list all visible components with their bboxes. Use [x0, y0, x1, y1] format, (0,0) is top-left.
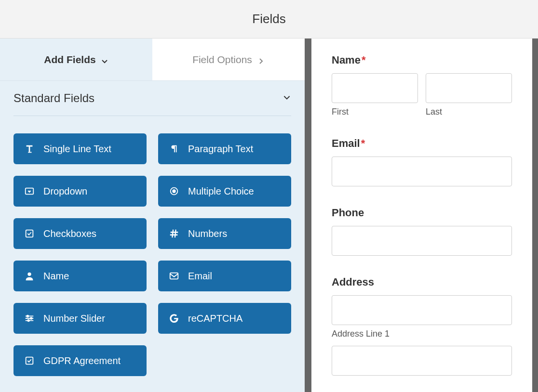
- radio-icon: [169, 186, 179, 196]
- svg-rect-4: [26, 230, 33, 237]
- field-name[interactable]: Name: [13, 261, 147, 291]
- field-label: Multiple Choice: [188, 186, 254, 197]
- svg-point-9: [27, 320, 29, 322]
- field-email[interactable]: Email: [158, 261, 291, 291]
- preview-wrapper: Name* First Last Email*: [305, 39, 538, 392]
- page-header: Fields: [0, 0, 538, 39]
- email-input[interactable]: [332, 157, 512, 186]
- phone-input[interactable]: [332, 226, 512, 256]
- user-icon: [24, 271, 35, 281]
- first-name-col: First: [332, 73, 418, 117]
- field-paragraph-text[interactable]: Paragraph Text: [158, 133, 291, 164]
- address-line1-sublabel: Address Line 1: [332, 329, 512, 339]
- required-indicator: *: [361, 137, 365, 149]
- field-label-phone: Phone: [332, 207, 512, 219]
- chevron-down-icon: [282, 93, 291, 104]
- field-label: Paragraph Text: [188, 144, 253, 155]
- chevron-right-icon: [257, 56, 265, 64]
- field-single-line-text[interactable]: Single Line Text: [13, 133, 147, 164]
- last-name-col: Last: [426, 73, 512, 117]
- field-label: Name: [43, 271, 69, 282]
- tab-label: Field Options: [192, 54, 252, 65]
- field-label-address: Address: [332, 276, 512, 288]
- field-label: Single Line Text: [43, 144, 111, 155]
- preview-field-address[interactable]: Address Address Line 1: [332, 276, 512, 376]
- name-inputs-row: First Last: [332, 73, 512, 117]
- field-label: GDPR Agreement: [43, 355, 121, 366]
- slider-icon: [24, 313, 35, 324]
- field-label: reCAPTCHA: [188, 313, 242, 324]
- sidebar-tabs: Add Fields Field Options: [0, 39, 305, 81]
- svg-point-7: [27, 315, 29, 317]
- checkbox-icon: [24, 355, 35, 366]
- preview-field-name[interactable]: Name* First Last: [332, 54, 512, 117]
- tab-label: Add Fields: [44, 54, 95, 65]
- google-icon: [169, 313, 179, 324]
- field-label: Dropdown: [43, 186, 87, 197]
- field-dropdown[interactable]: Dropdown: [13, 176, 147, 207]
- field-label: Numbers: [188, 228, 227, 239]
- svg-point-3: [173, 190, 175, 193]
- section-header[interactable]: Standard Fields: [13, 91, 291, 116]
- last-sublabel: Last: [426, 107, 512, 117]
- envelope-icon: [169, 271, 179, 281]
- fields-sidebar: Add Fields Field Options Standard Fields: [0, 39, 305, 392]
- field-checkboxes[interactable]: Checkboxes: [13, 218, 147, 249]
- svg-point-5: [27, 273, 31, 276]
- chevron-down-icon: [101, 56, 108, 64]
- address-line2-input[interactable]: [332, 346, 512, 376]
- text-icon: [24, 144, 35, 154]
- main-content: Add Fields Field Options Standard Fields: [0, 39, 538, 392]
- hash-icon: [169, 228, 179, 239]
- checkbox-icon: [24, 228, 35, 239]
- field-numbers[interactable]: Numbers: [158, 218, 291, 249]
- field-multiple-choice[interactable]: Multiple Choice: [158, 176, 291, 207]
- first-sublabel: First: [332, 107, 418, 117]
- section-title: Standard Fields: [13, 91, 94, 105]
- tab-field-options[interactable]: Field Options: [152, 39, 305, 80]
- field-label-email: Email*: [332, 137, 512, 150]
- field-label: Number Slider: [43, 313, 105, 324]
- preview-field-email[interactable]: Email*: [332, 137, 512, 186]
- paragraph-icon: [169, 144, 179, 154]
- field-label: Checkboxes: [43, 228, 96, 239]
- tab-add-fields[interactable]: Add Fields: [0, 39, 152, 80]
- svg-rect-10: [26, 357, 33, 365]
- first-name-input[interactable]: [332, 73, 418, 103]
- field-recaptcha[interactable]: reCAPTCHA: [158, 303, 291, 334]
- field-gdpr[interactable]: GDPR Agreement: [13, 345, 147, 376]
- preview-field-phone[interactable]: Phone: [332, 207, 512, 256]
- last-name-input[interactable]: [426, 73, 512, 103]
- address-line1-input[interactable]: [332, 295, 512, 325]
- page-title: Fields: [252, 12, 285, 26]
- svg-point-8: [30, 317, 32, 319]
- field-grid: Single Line Text Paragraph Text Dropdown…: [0, 116, 305, 390]
- field-label: Email: [188, 271, 212, 282]
- form-preview: Name* First Last Email*: [311, 39, 532, 392]
- dropdown-icon: [24, 186, 35, 196]
- field-label-name: Name*: [332, 54, 512, 66]
- svg-rect-6: [170, 273, 178, 279]
- section-standard-fields: Standard Fields: [0, 81, 305, 116]
- field-number-slider[interactable]: Number Slider: [13, 303, 147, 334]
- required-indicator: *: [362, 54, 366, 66]
